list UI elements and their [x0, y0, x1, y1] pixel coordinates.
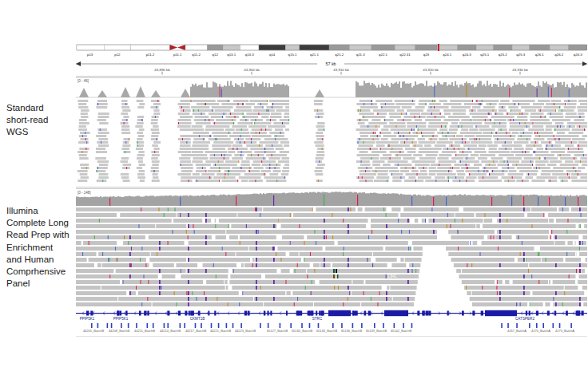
read — [459, 151, 471, 153]
coverage-bar — [432, 87, 434, 97]
coverage-bar — [284, 193, 285, 206]
ruler-tick-label: 43,910 kb — [333, 68, 349, 72]
coverage-bar — [399, 81, 400, 97]
coverage-bar — [157, 196, 159, 206]
coverage-bar — [456, 195, 458, 206]
mismatch-tick — [432, 100, 433, 102]
insertion-mark — [386, 235, 387, 239]
probe-label: 44214_BatchB — [160, 330, 181, 333]
probe-track[interactable] — [76, 323, 587, 329]
deletion-gap — [97, 252, 99, 256]
read — [421, 113, 441, 115]
insertion-mark — [348, 286, 349, 290]
read — [121, 113, 128, 115]
coverage-bar — [149, 195, 151, 206]
chromosome-band — [223, 45, 240, 50]
lrs-alignment-track[interactable] — [76, 207, 587, 310]
coverage-bar — [293, 192, 295, 206]
coverage-bar — [260, 193, 261, 206]
wgs-alignment-track[interactable] — [76, 99, 587, 185]
mismatch-tick — [280, 132, 281, 134]
gene-track[interactable] — [76, 310, 587, 318]
ideogram-track[interactable]: p13p12p11.2p11.1q11.2q12q13.1q13.3q14q15… — [76, 43, 587, 57]
lrs-coverage-track[interactable] — [76, 191, 587, 207]
coverage-bar — [269, 193, 271, 206]
mismatch-tick — [395, 125, 396, 128]
long-read — [472, 291, 587, 295]
mismatch-tick — [373, 138, 374, 140]
read — [469, 128, 478, 131]
read — [547, 113, 563, 115]
coverage-bar — [137, 195, 138, 206]
coverage-bar — [392, 193, 394, 206]
read — [420, 170, 427, 172]
deletion-gap — [581, 258, 585, 262]
read — [543, 157, 558, 160]
mismatch-tick — [539, 135, 540, 137]
read — [152, 180, 160, 182]
mismatch-tick — [186, 230, 187, 234]
read — [274, 135, 284, 137]
mismatch-tick — [433, 135, 434, 137]
read — [519, 132, 532, 134]
read — [570, 176, 578, 179]
mismatch-tick — [497, 291, 498, 295]
mismatch-tick — [405, 167, 406, 169]
chromosome-band — [104, 45, 130, 50]
mismatch-tick — [475, 138, 475, 140]
mismatch-tick — [579, 247, 580, 251]
coverage-bar — [143, 196, 145, 206]
read — [356, 103, 377, 105]
read — [360, 125, 380, 128]
read — [411, 160, 435, 163]
read — [555, 135, 578, 137]
read — [137, 144, 143, 147]
read — [392, 176, 405, 179]
insertion-mark — [205, 219, 207, 223]
coverage-bar — [237, 194, 239, 206]
read — [439, 128, 447, 131]
read — [499, 160, 519, 163]
coverage-bar — [282, 193, 284, 206]
coverage-bar — [418, 84, 419, 97]
coverage-bar — [196, 196, 197, 206]
read — [356, 128, 378, 131]
read — [233, 100, 248, 102]
read — [96, 148, 105, 150]
wgs-coverage-track[interactable] — [76, 79, 587, 98]
coverage-allele-bar — [466, 85, 467, 97]
exon — [352, 311, 354, 316]
read — [574, 160, 587, 163]
read — [550, 116, 564, 118]
read — [400, 167, 416, 169]
coverage-bar — [249, 84, 251, 97]
deletion-gap — [366, 224, 370, 228]
ruler-track[interactable]: 57 kb43,890 kb43,900 kb43,910 kb43,920 k… — [76, 58, 587, 75]
coverage-bar — [471, 85, 472, 97]
deletion-gap — [364, 280, 365, 284]
read — [196, 164, 211, 166]
coverage-bar — [522, 84, 523, 97]
coverage-bar — [90, 197, 92, 206]
insertion-size-label[interactable]: 1,841 — [386, 274, 398, 279]
mismatch-tick — [539, 167, 540, 169]
read — [151, 122, 157, 124]
read — [181, 167, 193, 169]
read — [491, 170, 507, 172]
read — [464, 135, 475, 137]
mismatch-tick — [197, 180, 197, 182]
mismatch-tick — [409, 132, 410, 134]
read — [498, 128, 507, 131]
read — [137, 106, 144, 109]
coverage-bar — [475, 86, 477, 97]
read — [479, 180, 502, 182]
mismatch-tick — [275, 167, 276, 169]
coverage-bar — [413, 195, 415, 206]
mismatch-tick — [230, 113, 231, 115]
mismatch-tick — [530, 302, 530, 306]
read — [494, 113, 503, 115]
coverage-bar — [461, 85, 463, 97]
read — [151, 151, 159, 153]
coverage-bar — [397, 84, 399, 97]
mismatch-tick — [522, 180, 522, 182]
